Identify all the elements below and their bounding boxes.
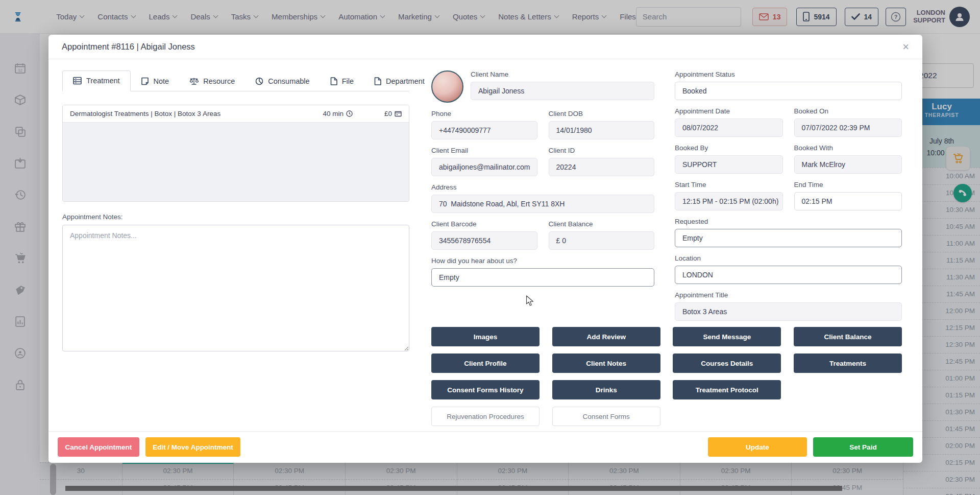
address-field: 70 Maidstone Road, Abl, Ert SY11 8XH (431, 195, 654, 213)
hear-about-select[interactable]: Empty (431, 268, 654, 287)
appointment-date-field: 08/07/2022 (675, 119, 783, 137)
treatment-protocol-button[interactable]: Treatment Protocol (673, 380, 781, 399)
treatment-icon (73, 77, 82, 85)
appointment-date-label: Appointment Date (675, 107, 783, 115)
duration-value: 40 min (323, 110, 344, 117)
treatment-name: Dermatologist Treatments | Botox | Botox… (70, 110, 323, 117)
client-id-label: Client ID (549, 147, 655, 154)
pie-chart-icon (255, 77, 263, 85)
hear-about-label: How did you hear about us? (431, 257, 654, 265)
treatment-row[interactable]: Dermatologist Treatments | Botox | Botox… (63, 105, 409, 123)
tab-label: Resource (203, 77, 235, 85)
consent-forms-button[interactable]: Consent Forms (552, 407, 660, 426)
appointment-notes-label: Appointment Notes: (62, 213, 409, 221)
treatment-list: Dermatologist Treatments | Botox | Botox… (62, 105, 409, 202)
scale-icon (189, 77, 199, 85)
appointment-modal: Appointment #8116 | Abigail Joness × Tre… (48, 35, 922, 463)
booked-by-label: Booked By (675, 144, 783, 152)
client-balance-button[interactable]: Client Balance (794, 327, 902, 346)
treatment-list-empty-area (63, 123, 409, 202)
client-email-field: abigailjones@mailinator.com (431, 158, 537, 176)
treatment-duration: 40 min (323, 110, 353, 117)
images-button[interactable]: Images (431, 327, 540, 346)
document-icon (374, 77, 381, 85)
rejuvenation-procedures-button[interactable]: Rejuvenation Procedures (431, 407, 540, 426)
requested-label: Requested (675, 218, 902, 225)
requested-select[interactable]: Empty (675, 229, 902, 247)
price-toggle-icon[interactable] (395, 111, 402, 117)
tab-label: Consumable (268, 77, 309, 85)
booked-on-field: 07/07/2022 02:39 PM (794, 119, 902, 137)
modal-footer: Cancel Appointment Edit / Move Appointme… (48, 431, 922, 462)
courses-details-button[interactable]: Courses Details (673, 353, 781, 373)
drinks-button[interactable]: Drinks (552, 380, 660, 399)
close-icon[interactable]: × (902, 41, 909, 53)
appointment-title-label: Appointment Title (675, 291, 902, 299)
end-time-select[interactable]: 02:15 PM (794, 192, 902, 210)
booked-on-label: Booked On (794, 107, 902, 115)
cancel-appointment-button[interactable]: Cancel Appointment (58, 437, 139, 457)
end-time-label: End Time (794, 181, 902, 188)
phone-label: Phone (431, 110, 537, 117)
app-root: Today Contacts Leads Deals Tasks Members… (0, 0, 980, 495)
treatment-section: Treatment Note Resource Consumable (62, 70, 409, 431)
client-id-field: 20224 (549, 158, 655, 176)
appointment-title-field: Botox 3 Areas (675, 302, 902, 321)
edit-move-appointment-button[interactable]: Edit / Move Appointment (145, 437, 240, 457)
booked-by-field: SUPPORT (675, 155, 783, 174)
client-email-label: Client Email (431, 147, 537, 154)
file-icon (330, 77, 337, 85)
grid-spacer (794, 380, 902, 399)
tab-file[interactable]: File (320, 72, 364, 91)
tab-label: Department (386, 77, 425, 85)
note-icon (141, 77, 149, 85)
location-label: Location (675, 254, 902, 262)
tab-resource[interactable]: Resource (179, 72, 245, 91)
client-balance-label: Client Balance (549, 220, 655, 228)
client-avatar[interactable] (431, 70, 463, 103)
appointment-notes-textarea[interactable] (62, 225, 409, 351)
client-barcode-label: Client Barcode (431, 220, 537, 228)
set-paid-button[interactable]: Set Paid (813, 437, 913, 457)
appointment-status-label: Appointment Status (675, 70, 902, 78)
tab-label: Note (154, 77, 169, 85)
appointment-details: Appointment Status Booked Appointment Da… (675, 70, 902, 321)
location-select[interactable]: LONDON (675, 266, 902, 284)
booked-with-label: Booked With (794, 144, 902, 152)
client-profile-button[interactable]: Client Profile (431, 353, 540, 373)
appointment-status-field[interactable]: Booked (675, 82, 902, 100)
address-label: Address (431, 183, 654, 191)
consent-forms-history-button[interactable]: Consent Forms History (431, 380, 540, 399)
price-value: £0 (384, 110, 392, 117)
treatment-price: £0 (384, 110, 402, 117)
client-dob-label: Client DOB (549, 110, 655, 117)
start-time-field: 12:15 PM - 02:15 PM (02:00h) (675, 192, 783, 210)
client-name-field: Abigail Joness (471, 82, 654, 100)
clock-icon (346, 110, 353, 117)
modal-body: Treatment Note Resource Consumable (48, 59, 922, 431)
client-barcode-field: 3455678976554 (431, 231, 537, 250)
tab-consumable[interactable]: Consumable (245, 72, 320, 91)
tab-department[interactable]: Department (364, 72, 435, 91)
client-name-label: Client Name (471, 70, 654, 78)
send-message-button[interactable]: Send Message (673, 327, 781, 346)
tab-note[interactable]: Note (131, 72, 180, 91)
tab-bar: Treatment Note Resource Consumable (62, 70, 409, 91)
client-balance-field: £ 0 (549, 231, 655, 250)
start-time-label: Start Time (675, 181, 783, 188)
modal-header: Appointment #8116 | Abigail Joness × (48, 35, 922, 59)
action-buttons: Images Add Review Send Message Client Ba… (431, 327, 902, 426)
add-review-button[interactable]: Add Review (552, 327, 660, 346)
client-notes-button[interactable]: Client Notes (552, 353, 660, 373)
tab-label: Treatment (86, 77, 120, 85)
treatments-button[interactable]: Treatments (794, 353, 902, 373)
client-dob-field: 14/01/1980 (549, 121, 655, 139)
client-details: Client Name Abigail Joness Phone +447490… (431, 70, 654, 321)
booked-with-field: Mark McElroy (794, 155, 902, 174)
modal-title: Appointment #8116 | Abigail Joness (62, 42, 195, 52)
phone-field: +447490009777 (431, 121, 537, 139)
details-section: Client Name Abigail Joness Phone +447490… (431, 70, 902, 431)
tab-treatment[interactable]: Treatment (62, 70, 131, 91)
tab-label: File (342, 77, 354, 85)
update-button[interactable]: Update (708, 437, 807, 457)
